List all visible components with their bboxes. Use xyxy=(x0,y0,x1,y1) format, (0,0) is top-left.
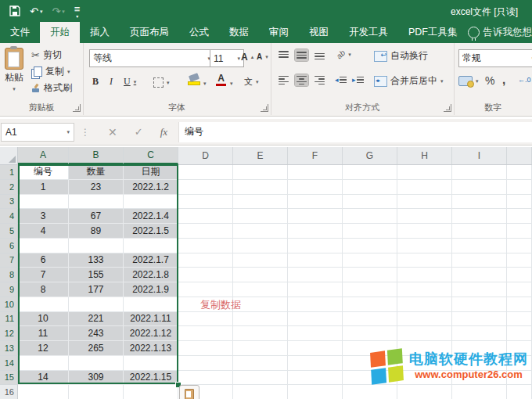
cell-A2[interactable]: 1 xyxy=(18,180,69,195)
cell-G4[interactable] xyxy=(343,209,397,224)
cell-D13[interactable] xyxy=(178,341,233,356)
column-header-I[interactable]: I xyxy=(452,147,507,164)
cell-B2[interactable]: 23 xyxy=(69,180,124,195)
cell-C9[interactable]: 2022.1.9 xyxy=(124,282,178,297)
cell-B9[interactable]: 177 xyxy=(69,282,124,297)
cell-G9[interactable] xyxy=(343,282,397,297)
cell-I10[interactable] xyxy=(452,297,507,312)
cell-B1[interactable]: 数量 xyxy=(69,165,124,180)
cell-B15[interactable]: 309 xyxy=(69,371,124,386)
tab-插入[interactable]: 插入 xyxy=(80,22,120,43)
cell-B13[interactable]: 265 xyxy=(69,341,124,356)
decrease-font-size-button[interactable]: A▾ xyxy=(257,52,268,61)
cell-H6[interactable] xyxy=(397,239,452,253)
cell-F4[interactable] xyxy=(288,209,343,224)
align-bottom-icon[interactable] xyxy=(313,49,326,61)
cell-C1[interactable]: 日期 xyxy=(124,165,178,180)
cell-E8[interactable] xyxy=(233,268,288,282)
cancel-icon[interactable]: ✕ xyxy=(108,126,117,138)
insert-function-icon[interactable]: fx xyxy=(160,126,167,138)
cell-I3[interactable] xyxy=(452,195,507,210)
cell-A16[interactable] xyxy=(18,385,69,399)
cell-E11[interactable] xyxy=(233,312,288,327)
cell-E16[interactable] xyxy=(233,385,288,399)
cell-F16[interactable] xyxy=(288,385,343,399)
orientation-button[interactable]: ab▾ xyxy=(336,50,351,59)
cell-D2[interactable] xyxy=(178,180,233,195)
cell-G11[interactable] xyxy=(343,312,397,327)
row-header-10[interactable]: 10 xyxy=(0,297,18,312)
comma-style-button[interactable]: , xyxy=(502,73,505,86)
tab-公式[interactable]: 公式 xyxy=(179,22,219,43)
align-top-icon[interactable] xyxy=(277,49,290,61)
copy-button[interactable]: 复制 ▾ xyxy=(31,65,70,78)
cell-C3[interactable] xyxy=(124,195,178,210)
cell-G6[interactable] xyxy=(343,239,397,253)
cell-E5[interactable] xyxy=(233,224,288,239)
row-header-5[interactable]: 5 xyxy=(0,224,18,239)
cell-F14[interactable] xyxy=(288,356,343,371)
cell-H8[interactable] xyxy=(397,268,452,282)
tab-开发工具[interactable]: 开发工具 xyxy=(339,22,398,43)
cell-C13[interactable]: 2022.1.13 xyxy=(124,341,178,356)
cell-partial-7[interactable] xyxy=(507,253,532,268)
increase-indent-icon[interactable]: ▸ xyxy=(352,76,364,84)
font-color-button[interactable]: A xyxy=(216,74,226,86)
cell-C2[interactable]: 2022.1.2 xyxy=(124,180,178,195)
cell-B3[interactable] xyxy=(69,195,124,210)
cell-partial-9[interactable] xyxy=(507,282,532,297)
cell-C12[interactable]: 2022.1.12 xyxy=(124,326,178,341)
cell-C5[interactable]: 2022.1.5 xyxy=(124,224,178,239)
cell-E9[interactable] xyxy=(233,282,288,297)
row-header-1[interactable]: 1 xyxy=(0,165,18,180)
cell-C15[interactable]: 2022.1.15 xyxy=(124,371,178,386)
cell-partial-3[interactable] xyxy=(507,195,532,210)
cell-I1[interactable] xyxy=(452,165,507,180)
cell-F12[interactable] xyxy=(288,326,343,341)
column-header-A[interactable]: A xyxy=(18,147,69,164)
column-header-B[interactable]: B xyxy=(69,147,124,164)
column-header-partial[interactable] xyxy=(507,147,532,164)
cell-H7[interactable] xyxy=(397,253,452,268)
cell-D5[interactable] xyxy=(178,224,233,239)
tab-PDF工具集[interactable]: PDF工具集 xyxy=(398,22,468,43)
cell-E2[interactable] xyxy=(233,180,288,195)
cell-G3[interactable] xyxy=(343,195,397,210)
cell-D7[interactable] xyxy=(178,253,233,268)
cell-I9[interactable] xyxy=(452,282,507,297)
cell-F10[interactable] xyxy=(288,297,343,312)
cell-partial-2[interactable] xyxy=(507,180,532,195)
cell-C14[interactable] xyxy=(124,356,178,371)
cell-D6[interactable] xyxy=(178,239,233,253)
cell-G10[interactable] xyxy=(343,297,397,312)
cell-F3[interactable] xyxy=(288,195,343,210)
percent-style-button[interactable]: % xyxy=(485,74,494,87)
cell-partial-8[interactable] xyxy=(507,268,532,282)
cell-A5[interactable]: 4 xyxy=(18,224,69,239)
cell-G2[interactable] xyxy=(343,180,397,195)
increase-decimal-button[interactable]: ←.0 xyxy=(518,76,531,84)
cell-F2[interactable] xyxy=(288,180,343,195)
cell-F6[interactable] xyxy=(288,239,343,253)
cell-A7[interactable]: 6 xyxy=(18,253,69,268)
column-header-C[interactable]: C xyxy=(124,147,178,164)
paste-options-button[interactable] xyxy=(179,385,200,399)
row-header-4[interactable]: 4 xyxy=(0,209,18,224)
cell-D8[interactable] xyxy=(178,268,233,282)
cell-A4[interactable]: 3 xyxy=(18,209,69,224)
cell-C10[interactable] xyxy=(124,297,178,312)
enter-icon[interactable]: ✓ xyxy=(135,126,143,138)
wrap-text-button[interactable]: 自动换行 xyxy=(374,49,428,63)
cell-I4[interactable] xyxy=(452,209,507,224)
cell-partial-4[interactable] xyxy=(507,209,532,224)
cell-A6[interactable] xyxy=(18,239,69,253)
column-header-F[interactable]: F xyxy=(288,147,343,164)
cell-F11[interactable] xyxy=(288,312,343,327)
cell-E13[interactable] xyxy=(233,341,288,356)
tab-审阅[interactable]: 审阅 xyxy=(259,22,299,43)
merge-center-button[interactable]: 合并后居中 ▾ xyxy=(374,74,444,88)
row-header-16[interactable]: 16 xyxy=(0,385,18,399)
cell-B11[interactable]: 221 xyxy=(69,312,124,327)
cell-B10[interactable] xyxy=(69,297,124,312)
align-middle-icon[interactable] xyxy=(295,49,308,61)
